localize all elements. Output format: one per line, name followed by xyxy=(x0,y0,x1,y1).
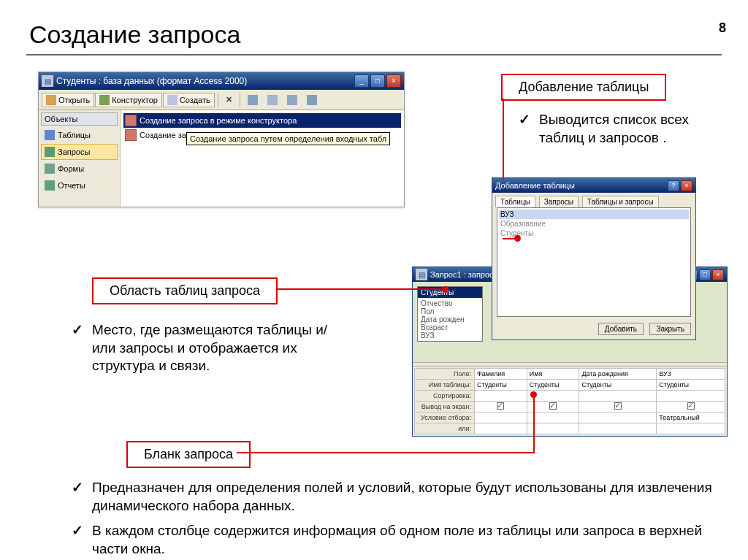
connector-dot xyxy=(530,391,537,398)
table-cell[interactable]: Студенты xyxy=(579,380,657,391)
list-item[interactable]: Студенты xyxy=(499,229,689,238)
sort-cell[interactable] xyxy=(579,391,657,402)
table-cell[interactable]: Студенты xyxy=(475,380,527,391)
connector-line xyxy=(278,288,442,290)
show-cell[interactable] xyxy=(475,402,527,413)
connector-line xyxy=(237,452,415,453)
sort-cell[interactable] xyxy=(475,391,527,402)
db-title-text: Студенты : база данных (формат Access 20… xyxy=(56,76,247,86)
view-icon xyxy=(248,95,258,105)
connector-line xyxy=(533,394,535,453)
nav-reports[interactable]: Отчеты xyxy=(41,177,118,193)
close-button[interactable]: × xyxy=(681,180,692,191)
addtbl-title-text: Добавление таблицы xyxy=(495,181,575,190)
title-rule xyxy=(26,54,722,55)
show-cell[interactable] xyxy=(579,402,657,413)
criteria-cell[interactable] xyxy=(475,413,527,423)
addtbl-list[interactable]: ВУЗ Образование Студенты xyxy=(497,207,691,317)
tab-tables[interactable]: Таблицы xyxy=(495,196,535,207)
nav-label: Отчеты xyxy=(58,181,85,190)
create-button[interactable]: Создать xyxy=(163,93,215,107)
field-item[interactable]: Дата рожден xyxy=(421,315,479,323)
design-label: Конструктор xyxy=(112,96,158,104)
field-cell[interactable]: Дата рождения xyxy=(579,369,657,380)
qd-grid-wrap: Поле: Фамилия Имя Дата рождения ВУЗ Имя … xyxy=(413,367,727,436)
add-button[interactable]: Добавить xyxy=(598,323,644,335)
or-cell[interactable] xyxy=(579,423,657,434)
maximize-button[interactable]: □ xyxy=(699,269,711,280)
checkbox-on[interactable] xyxy=(549,402,557,410)
addtbl-tabs: Таблицы Запросы Таблицы и запросы xyxy=(492,193,695,207)
design-icon xyxy=(99,95,110,105)
db-icon: ▤ xyxy=(42,75,53,87)
checkbox-on[interactable] xyxy=(497,402,504,410)
table-box[interactable]: Студенты Отчество Пол Дата рожден Возрас… xyxy=(417,286,483,342)
tab-queries[interactable]: Запросы xyxy=(539,196,579,207)
maximize-button[interactable]: □ xyxy=(370,74,385,88)
list-item-design-query[interactable]: Создание запроса в режиме конструктора xyxy=(123,113,401,128)
checkbox-on[interactable] xyxy=(687,402,695,410)
sort-cell[interactable] xyxy=(657,391,725,402)
qd-grid[interactable]: Поле: Фамилия Имя Дата рождения ВУЗ Имя … xyxy=(414,368,725,434)
help-button[interactable]: ? xyxy=(668,180,679,191)
view-small-button[interactable] xyxy=(263,93,282,107)
field-cell[interactable]: Имя xyxy=(527,369,579,380)
connector-dot xyxy=(514,235,521,242)
objects-nav: Объекты Таблицы Запросы Формы Отчеты xyxy=(39,110,121,207)
criteria-cell[interactable]: Театральный xyxy=(657,413,725,423)
show-cell[interactable] xyxy=(657,402,725,413)
criteria-cell[interactable] xyxy=(579,413,657,423)
list-item-label: Создание запроса в режиме конструктора xyxy=(140,116,297,125)
field-item[interactable]: Возраст xyxy=(421,323,479,331)
nav-forms[interactable]: Формы xyxy=(41,161,118,177)
design-button[interactable]: Конструктор xyxy=(95,93,162,107)
field-item[interactable]: Отчество xyxy=(421,299,479,307)
close-button[interactable]: × xyxy=(712,269,724,280)
view-list-button[interactable] xyxy=(283,93,302,107)
open-label: Открыть xyxy=(58,96,90,104)
view-large-button[interactable] xyxy=(243,93,262,107)
slide-title: Создание запроса xyxy=(29,20,240,49)
bullet-text: В каждом столбце содержится информация о… xyxy=(72,522,714,558)
open-button[interactable]: Открыть xyxy=(42,93,94,107)
table-cell[interactable]: Студенты xyxy=(527,380,579,391)
db-window: ▤ Студенты : база данных (формат Access … xyxy=(38,72,405,207)
tab-both[interactable]: Таблицы и запросы xyxy=(582,196,659,207)
callout-add-table: Добавление таблицы xyxy=(501,74,666,101)
close-dlg-button[interactable]: Закрыть xyxy=(649,323,691,335)
or-cell[interactable] xyxy=(657,423,725,434)
open-icon xyxy=(46,95,56,105)
view-icon xyxy=(267,95,278,105)
minimize-button[interactable]: _ xyxy=(354,74,369,88)
add-table-dialog: Добавление таблицы ? × Таблицы Запросы Т… xyxy=(492,177,696,340)
bullet-tables-area: Место, где размещаются таблицы и/или зап… xyxy=(72,321,349,383)
view-icon xyxy=(307,95,317,105)
bullet-text: Предназначен для определения полей и усл… xyxy=(72,479,714,515)
nav-label: Формы xyxy=(58,164,84,173)
view-detail-button[interactable] xyxy=(302,93,321,107)
field-item[interactable]: Пол xyxy=(421,307,479,315)
wizard-icon xyxy=(125,115,137,126)
list-item[interactable]: ВУЗ xyxy=(499,210,689,219)
connector-line xyxy=(413,452,535,453)
field-cell[interactable]: ВУЗ xyxy=(657,369,725,380)
checkbox-on[interactable] xyxy=(614,402,622,410)
connector-line xyxy=(503,99,504,180)
list-item[interactable]: Образование xyxy=(499,219,689,229)
connector-dot xyxy=(442,286,449,293)
nav-label: Запросы xyxy=(58,147,90,156)
close-button[interactable]: × xyxy=(386,74,401,88)
table-fields[interactable]: Отчество Пол Дата рожден Возраст ВУЗ xyxy=(418,298,482,341)
or-cell[interactable] xyxy=(475,423,527,434)
db-toolbar: Открыть Конструктор Создать ✕ xyxy=(39,90,404,110)
reports-icon xyxy=(45,180,55,191)
table-cell[interactable]: Студенты xyxy=(657,380,725,391)
field-item[interactable]: ВУЗ xyxy=(421,331,479,340)
db-item-list: Создание запроса в режиме конструктора С… xyxy=(121,110,404,207)
query-icon: ▤ xyxy=(416,269,427,280)
field-cell[interactable]: Фамилия xyxy=(475,369,527,380)
delete-button[interactable]: ✕ xyxy=(221,93,237,107)
nav-tables[interactable]: Таблицы xyxy=(41,127,118,143)
tables-icon xyxy=(45,130,55,140)
nav-queries[interactable]: Запросы xyxy=(41,144,118,160)
